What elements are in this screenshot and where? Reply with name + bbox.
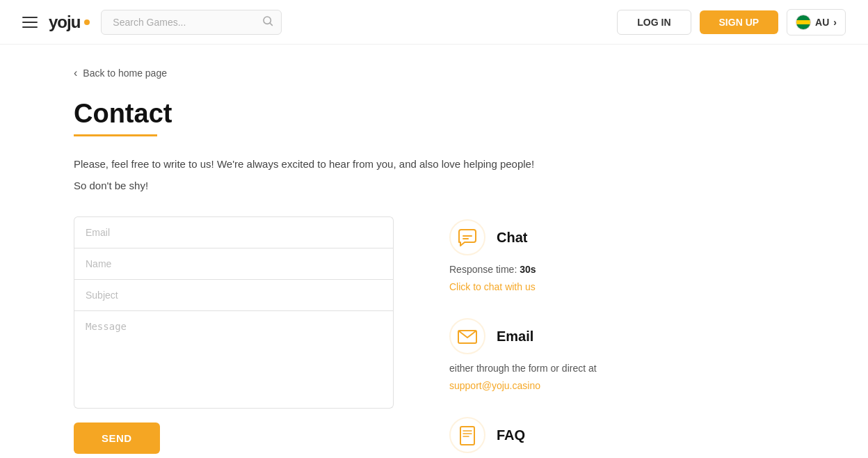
chat-icon xyxy=(449,219,485,255)
send-button[interactable]: SEND xyxy=(74,423,160,454)
email-title: Email xyxy=(497,329,533,345)
search-input[interactable] xyxy=(101,10,282,35)
intro-text-2: So don't be shy! xyxy=(74,180,794,191)
title-underline xyxy=(74,134,157,136)
locale-button[interactable]: AU › xyxy=(787,9,846,35)
contact-form: SEND xyxy=(74,216,394,454)
breadcrumb[interactable]: ‹ Back to home page xyxy=(74,67,794,79)
email-description: either through the form or direct at xyxy=(449,363,714,374)
faq-block: FAQ Read all FAQ here xyxy=(449,417,714,458)
svg-point-7 xyxy=(450,418,485,452)
locale-code: AU xyxy=(815,17,829,28)
logo-text: yoju xyxy=(49,13,80,32)
signup-button[interactable]: SIGN UP xyxy=(700,10,779,34)
chat-response: Response time: 30s xyxy=(449,264,714,275)
email-field[interactable] xyxy=(74,216,394,248)
svg-point-2 xyxy=(450,220,485,255)
chat-cta-text: Click to chat with us xyxy=(449,281,536,292)
svg-point-5 xyxy=(450,319,485,354)
search-bar xyxy=(101,10,282,35)
header: yoju LOG IN SIGN UP AU › xyxy=(0,0,868,45)
faq-icon-row: FAQ xyxy=(449,417,714,453)
faq-icon xyxy=(449,417,485,453)
email-address-text: support@yoju.casino xyxy=(449,380,540,391)
flag-icon xyxy=(796,15,811,30)
search-icon xyxy=(262,15,273,29)
logo[interactable]: yoju xyxy=(49,13,90,32)
response-label: Response time: xyxy=(449,264,517,275)
email-icon xyxy=(449,318,485,354)
chat-title: Chat xyxy=(497,230,527,246)
email-block: Email either through the form or direct … xyxy=(449,318,714,392)
page-title: Contact xyxy=(74,99,794,129)
svg-line-1 xyxy=(271,23,273,25)
header-right: LOG IN SIGN UP AU › xyxy=(617,9,846,35)
contact-layout: SEND Chat Response time: 30s xyxy=(74,216,794,458)
name-field[interactable] xyxy=(74,248,394,279)
header-left: yoju xyxy=(22,10,282,35)
email-address-link[interactable]: support@yoju.casino xyxy=(449,380,540,391)
breadcrumb-label: Back to home page xyxy=(83,68,167,79)
faq-title: FAQ xyxy=(497,427,525,443)
chat-block: Chat Response time: 30s Click to chat wi… xyxy=(449,219,714,293)
logo-dot xyxy=(84,19,90,25)
breadcrumb-arrow-icon: ‹ xyxy=(74,67,77,79)
subject-field[interactable] xyxy=(74,279,394,311)
email-icon-row: Email xyxy=(449,318,714,354)
response-time: 30s xyxy=(520,264,536,275)
locale-chevron: › xyxy=(833,17,837,28)
hamburger-menu-icon[interactable] xyxy=(22,17,38,28)
email-desc-text: either through the form or direct at xyxy=(449,363,597,374)
login-button[interactable]: LOG IN xyxy=(617,10,691,35)
main-content: ‹ Back to home page Contact Please, feel… xyxy=(51,45,817,458)
chat-cta-link[interactable]: Click to chat with us xyxy=(449,281,536,292)
message-field[interactable] xyxy=(74,311,394,409)
chat-icon-row: Chat xyxy=(449,219,714,255)
svg-rect-8 xyxy=(460,427,474,445)
contact-info: Chat Response time: 30s Click to chat wi… xyxy=(449,216,714,458)
intro-text-1: Please, feel free to write to us! We're … xyxy=(74,156,794,173)
